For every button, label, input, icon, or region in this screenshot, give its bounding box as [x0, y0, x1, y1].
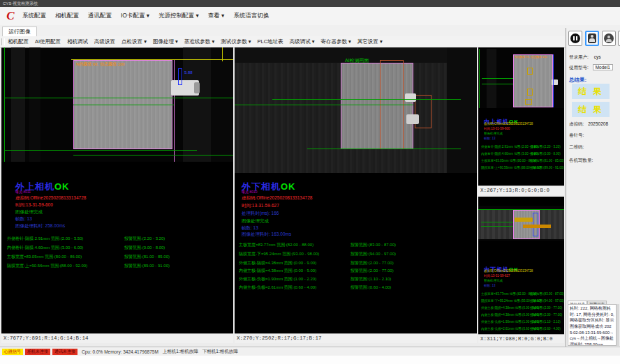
- tool-ai-use-config[interactable]: AI使用配置: [35, 38, 61, 45]
- right-sidebar: 登录用户: cys 使用型号: Model1 总结果: 结 果 结 果 虚拟码:…: [566, 28, 620, 347]
- measure-line: [481, 226, 513, 227]
- virtual-code-line: 虚拟码:Offline20250208133134728: [242, 196, 312, 201]
- caliper-value: 5.88: [184, 70, 193, 75]
- tool-spot-check[interactable]: 点检设置 ▾: [121, 38, 147, 45]
- time-line: 时间:13-31-59-627: [484, 274, 510, 278]
- proc-time-line: 处理耗时(ms): 166: [242, 211, 279, 216]
- alarm-range-text: 报警范围:(2.00 - 77.00): [350, 268, 394, 274]
- time-line: 时间:13-31-59-600: [15, 203, 53, 208]
- model-row: 使用型号: Model1: [569, 65, 613, 71]
- virtual-code-row: 虚拟码: 20250208: [569, 121, 608, 128]
- menu-language-switch[interactable]: 系统语言切换: [233, 12, 269, 20]
- log-text-area[interactable]: 耗时: 222, 网络检测耗时: 17, 网络分类耗时: 0, 网络提取分区耗时…: [568, 304, 617, 346]
- upper-camera-status-text: 上相机1:相机故障: [163, 349, 198, 355]
- measurement-text: 外侧卷针-隔膜:2.91mm 范围:(2.00 - 3.50): [7, 236, 83, 241]
- tool-advanced-settings[interactable]: 高级设置: [94, 38, 115, 45]
- switch-user-button[interactable]: [602, 31, 616, 46]
- image-stripe: [211, 47, 233, 162]
- time-line: 时间:13-31-59-600: [484, 127, 510, 130]
- camera-image-outer-upper[interactable]: N挡阈值:93, 动态阈值:100 5.88: [1, 47, 233, 162]
- window-bottom-margin: [0, 356, 620, 364]
- alarm-range-text: 报警范围:(89.00 - 91.00): [530, 166, 564, 169]
- yellow-baseline-vertical: [222, 47, 223, 61]
- tool-image-processing[interactable]: 图像处理 ▾: [153, 38, 178, 45]
- result-box-lower: 结 果: [572, 102, 610, 117]
- measure-line: [4, 150, 197, 151]
- measurement-row: 隔膜宽度-上=90.56mm 范围:(88.00 - 92.00)报警范围:(8…: [481, 166, 541, 169]
- total-result-label: 总结果:: [569, 77, 586, 84]
- tool-register-params[interactable]: 寄存器参数 ▾: [320, 38, 350, 45]
- caliper-line: [553, 54, 554, 107]
- alarm-range-text: 报警范围:(0.00 - 8.00): [124, 245, 165, 251]
- measurement-text: 内侧主极-负极=2.61mm 范围:(0.60 - 4.00): [239, 285, 316, 289]
- measure-line: [307, 149, 461, 149]
- measurement-row: 内侧卷针-隔膜:4.60mm 范围:(3.00 - 6.00)报警范围:(0.0…: [481, 152, 538, 156]
- frame-count-line: 帧数: 13: [242, 226, 258, 231]
- menu-system-config[interactable]: 系统配置: [22, 12, 46, 20]
- tab-run-image[interactable]: 运行图像: [2, 26, 37, 37]
- exposure-label: 曝光:8010: [242, 190, 258, 194]
- camera-panel-outer-upper: N挡阈值:93, 动态阈值:100 5.88 外上相机OK 曝光:8011 虚拟…: [1, 47, 233, 343]
- tool-camera-debug[interactable]: 相机调试: [67, 38, 88, 45]
- measurement-row: 外侧卷针-隔膜:2.91mm 范围:(2.00 - 3.50)报警范围:(2.2…: [481, 145, 538, 149]
- bottom-status-bar: 心跳信号 相机未连接 通讯未连接 Cpu: 0.0% Memory: 3424.…: [0, 347, 620, 356]
- login-user-button[interactable]: [585, 31, 599, 46]
- menu-light-control-config[interactable]: 光源控制配置 ▾: [158, 12, 199, 20]
- exposure-label: 曝光:8011: [15, 190, 31, 194]
- virtual-code-value: 20250208: [588, 121, 608, 126]
- qr-code-label: 二维码:: [569, 144, 584, 151]
- pause-button[interactable]: [568, 31, 582, 46]
- pause-bar: [576, 36, 577, 40]
- camera-connection-badge: 相机未连接: [25, 349, 50, 355]
- detect-box: [527, 89, 533, 96]
- measurement-text: 主极宽度=83.05mm 范围:(80.00 - 86.00): [7, 255, 82, 259]
- tool-baseline-params[interactable]: 基准线参数 ▾: [184, 38, 214, 45]
- process-done-line: 图像处理完成: [484, 132, 503, 135]
- bright-tab: [405, 93, 416, 102]
- alarm-range-text: 报警范围:(94.00 - 97.00): [530, 299, 564, 303]
- camera-image-inner-lower[interactable]: [478, 206, 564, 241]
- elapsed-line: 图像处理耗时: 163.00ms: [242, 232, 291, 237]
- tool-test-params[interactable]: 测试仪参数 ▾: [221, 38, 251, 45]
- measure-line: [272, 99, 461, 100]
- menu-comm-config[interactable]: 通讯配置: [88, 12, 112, 20]
- overlay-label-block: [515, 218, 533, 222]
- image-stripe: [11, 47, 25, 162]
- tool-camera-config[interactable]: 相机配置: [8, 38, 29, 45]
- alarm-range-text: 报警范围:(2.00 - 77.00): [530, 313, 562, 317]
- write-count-label: 各机写数量:: [569, 158, 593, 164]
- menu-io-card-config[interactable]: IO卡配置 ▾: [121, 12, 149, 20]
- measurement-row: 隔膜宽度-下=95.24mm 范围:(93.00 - 98.00)报警范围:(9…: [239, 251, 319, 257]
- caliper-box: [178, 68, 182, 85]
- tool-plc-address-table[interactable]: PLC地址表: [258, 38, 283, 45]
- tool-other-settings[interactable]: 其它设置 ▾: [357, 38, 383, 45]
- elapsed-line: 图像处理耗时: 258.00ms: [15, 224, 65, 229]
- camera-image-inner-upper[interactable]: N挡阈值:93, 动态阈值:100: [478, 49, 564, 108]
- frame-count-line: 帧数: 13: [15, 217, 32, 222]
- result-box-upper: 结 果: [572, 84, 610, 99]
- process-done-line: 图像处理完成: [15, 210, 43, 215]
- toolbar-grip-icon: [1, 38, 5, 45]
- log-scrollbar[interactable]: [617, 304, 619, 346]
- model-select[interactable]: Model1: [593, 64, 613, 70]
- tool-advanced-debug[interactable]: 高级调试 ▾: [290, 38, 315, 45]
- camera-image-outer-lower[interactable]: AI检测画面: [235, 47, 477, 173]
- cursor-status-outer-upper: X:7677;Y:891;R:14;G:14;B:14: [1, 333, 233, 343]
- window-title: CYS-视觉检测系统: [3, 1, 38, 6]
- green-guide-vline: [479, 49, 480, 108]
- virtual-code-line: 虚拟码:Offline20250208133134728: [15, 196, 86, 201]
- result-ok-label: OK: [281, 181, 296, 192]
- model-label: 使用型号:: [569, 65, 589, 70]
- bright-tab: [406, 114, 419, 124]
- user-icon-body: [589, 38, 595, 42]
- menu-camera-config[interactable]: 相机配置: [55, 12, 79, 20]
- toolbar: 相机配置 AI使用配置 相机调试 高级设置 点检设置 ▾ 图像处理 ▾ 基准线参…: [0, 36, 620, 48]
- detect-box: [525, 99, 532, 105]
- cpu-memory-text: Cpu: 0.0% Memory: 3424.41796875M: [82, 349, 158, 354]
- user-icon-head: [607, 36, 610, 38]
- menu-view[interactable]: 查看 ▾: [208, 12, 225, 20]
- detect-box: [527, 68, 533, 75]
- tab-strip: 运行图像: [0, 25, 620, 37]
- measurement-row: 外侧主极-隔膜=4.38mm 范围:(0.00 - 9.00)报警范围:(2.0…: [481, 306, 539, 310]
- tab-connector-tip: [194, 82, 200, 93]
